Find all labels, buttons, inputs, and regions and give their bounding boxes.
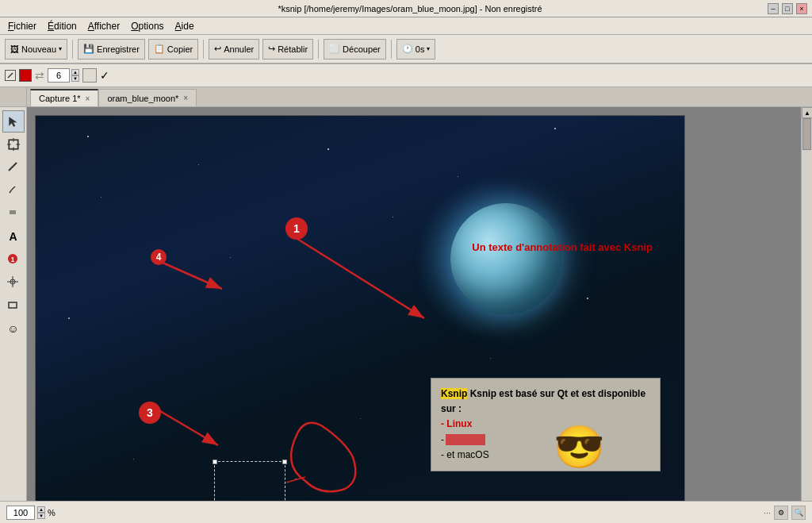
new-icon: 🖼: [10, 44, 19, 54]
zoom-percent: %: [48, 508, 56, 517]
info-line2: - Linux: [441, 417, 650, 432]
timer-dropdown-icon: ▾: [427, 45, 430, 52]
zoom-spinners: ▲ ▼: [37, 506, 45, 519]
info-line3: -: [441, 433, 650, 448]
nouveau-button[interactable]: 🖼 Nouveau ▾: [5, 39, 67, 60]
enregistrer-button[interactable]: 💾 Enregistrer: [78, 39, 145, 60]
tool-rectangle[interactable]: [2, 294, 25, 317]
swap-icon[interactable]: ⇄: [35, 69, 44, 82]
timer-label: 0s: [416, 44, 425, 54]
menu-fichier[interactable]: Fichier: [3, 19, 41, 33]
zoom-up-button[interactable]: ▲: [37, 506, 45, 513]
maximize-button[interactable]: □: [782, 3, 793, 14]
enregistrer-label: Enregistrer: [97, 44, 140, 54]
size-input-box: 6 ▲ ▼: [48, 68, 79, 83]
moon: [450, 203, 561, 314]
annotation-number-3: 3: [139, 402, 161, 424]
tool-capture[interactable]: [2, 133, 25, 156]
menu-afficher[interactable]: Afficher: [83, 19, 124, 33]
scrollbar-thumb[interactable]: [802, 118, 811, 150]
color-swatch[interactable]: [19, 69, 32, 82]
tab-capture1-close[interactable]: ×: [86, 94, 90, 103]
timer-icon: 🕐: [402, 44, 413, 54]
info-line4: - et macOS: [441, 448, 650, 463]
tool-pointer[interactable]: [2, 110, 25, 133]
annotation-text: Un texte d'annotation fait avec Ksnip: [472, 241, 653, 253]
tool-text[interactable]: A: [2, 225, 25, 248]
separator-4: [391, 40, 392, 59]
menu-edition[interactable]: Édition: [43, 19, 82, 33]
tool-number[interactable]: 1: [2, 248, 25, 271]
separator-3: [318, 40, 319, 59]
status-search-button[interactable]: 🔍: [791, 506, 806, 520]
canvas-area[interactable]: 1 2 3 4 Un texte d'annotation fait avec …: [27, 107, 812, 523]
annotation-number-1: 1: [285, 217, 308, 240]
tool-marker[interactable]: [2, 202, 25, 225]
annuler-button[interactable]: ↩ Annuler: [209, 39, 259, 60]
window-controls: – □ ×: [768, 3, 807, 14]
menu-aide[interactable]: Aide: [170, 19, 199, 33]
redo-icon: ↪: [268, 44, 275, 54]
tab-oram[interactable]: oram_blue_moon* ×: [98, 89, 197, 106]
tab-oram-close[interactable]: ×: [183, 94, 188, 102]
tab-oram-label: oram_blue_moon*: [107, 94, 178, 103]
size-up-button[interactable]: ▲: [71, 69, 79, 75]
svg-marker-1: [9, 117, 17, 127]
zoom-down-button[interactable]: ▼: [37, 513, 45, 519]
info-line1-text: Ksnip est basé sur Qt et est disponible …: [441, 388, 645, 414]
status-right: ··· ⚙ 🔍: [764, 506, 806, 520]
tab-section: Capture 1* × oram_blue_moon* ×: [0, 87, 812, 107]
content-row: A 1 ☺: [0, 107, 812, 523]
status-settings-button[interactable]: ⚙: [774, 506, 788, 520]
scrollbar-track[interactable]: [802, 118, 812, 512]
close-button[interactable]: ×: [796, 3, 807, 14]
tools-panel: A 1 ☺: [0, 107, 27, 523]
title-bar: *ksnip [/home/jeremy/Images/oram_blue_mo…: [0, 0, 812, 17]
separator-1: [72, 40, 73, 59]
tab-left-offset: [0, 87, 27, 106]
nouveau-label: Nouveau: [21, 44, 56, 54]
undo-icon: ↩: [214, 44, 221, 54]
tool-line[interactable]: [2, 156, 25, 179]
size-spinners: ▲ ▼: [71, 69, 79, 82]
window-title: *ksnip [/home/jeremy/Images/oram_blue_mo…: [52, 4, 768, 13]
svg-text:1: 1: [10, 256, 14, 263]
save-icon: 💾: [83, 44, 94, 54]
svg-line-7: [9, 163, 17, 171]
copier-button[interactable]: 📋 Copier: [148, 39, 198, 60]
tool-pen[interactable]: [2, 179, 25, 202]
tool-smiley[interactable]: ☺: [2, 317, 25, 340]
zoom-control: ▲ ▼ %: [6, 506, 56, 520]
scrollbar-up-arrow[interactable]: ▲: [802, 107, 812, 118]
tab-capture1-label: Capture 1*: [39, 94, 81, 103]
size-input[interactable]: 6: [48, 68, 70, 83]
menu-options[interactable]: Options: [126, 19, 168, 33]
color-toolbar: ⇄ 6 ▲ ▼ ✓: [0, 63, 812, 87]
fill-checkbox[interactable]: [82, 68, 97, 83]
size-down-button[interactable]: ▼: [71, 75, 79, 82]
checkmark-icon: ✓: [100, 69, 109, 82]
tabs-container: Capture 1* × oram_blue_moon* ×: [27, 87, 812, 106]
decouper-label: Découper: [343, 44, 381, 54]
zoom-input[interactable]: [6, 506, 35, 520]
svg-rect-8: [10, 210, 16, 214]
screenshot-canvas: 1 2 3 4 Un texte d'annotation fait avec …: [35, 115, 685, 520]
handle-tl[interactable]: [213, 460, 217, 464]
minimize-button[interactable]: –: [768, 3, 779, 14]
copy-icon: 📋: [154, 44, 165, 54]
timer-button[interactable]: 🕐 0s ▾: [396, 39, 436, 60]
retablir-button[interactable]: ↪ Rétablir: [262, 39, 313, 60]
crop-icon: ⬜: [329, 44, 340, 54]
main-toolbar: 🖼 Nouveau ▾ 💾 Enregistrer 📋 Copier ↩ Ann…: [0, 35, 812, 63]
tab-capture1[interactable]: Capture 1* ×: [30, 89, 98, 106]
decouper-button[interactable]: ⬜ Découper: [324, 39, 386, 60]
svg-rect-14: [9, 302, 17, 308]
tool-crosshair[interactable]: [2, 271, 25, 294]
svg-line-0: [8, 73, 13, 78]
menu-bar: Fichier Édition Afficher Options Aide: [0, 17, 812, 35]
app-window: *ksnip [/home/jeremy/Images/oram_blue_mo…: [0, 0, 812, 523]
annotation-number-4: 4: [151, 249, 167, 265]
retablir-label: Rétablir: [278, 44, 308, 54]
handle-tr[interactable]: [282, 460, 287, 464]
pencil-icon: [5, 70, 16, 81]
